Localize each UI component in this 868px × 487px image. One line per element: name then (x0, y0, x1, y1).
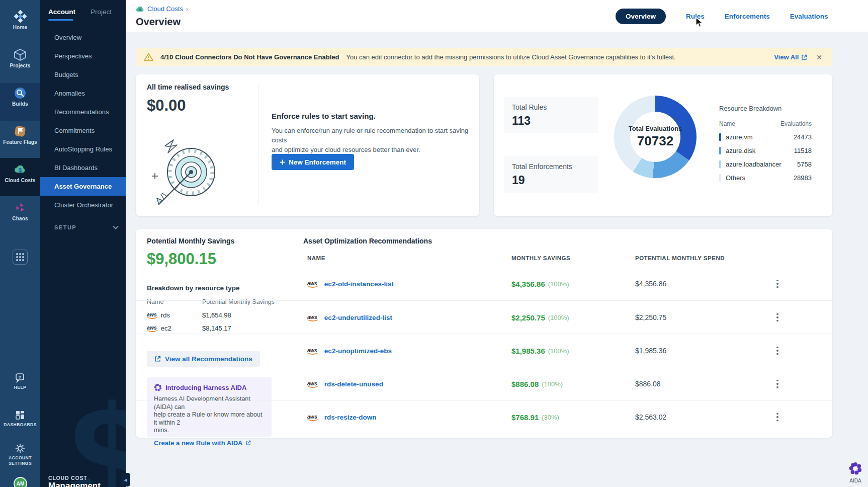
recommendation-name-cell: awsec2-old-instances-list (307, 267, 394, 300)
legend-col-name: Name (719, 120, 735, 127)
breadcrumb: $ Cloud Costs › (136, 5, 188, 13)
harness-home-icon (14, 10, 27, 23)
sidebar-item-budgets[interactable]: Budgets (40, 65, 126, 84)
external-link-icon (801, 54, 807, 60)
recommendation-link[interactable]: ec2-old-instances-list (324, 280, 394, 288)
row-menu-button[interactable] (770, 276, 785, 292)
aida-create-rule-label: Create a new Rule with AIDA (154, 439, 243, 447)
row-menu-button[interactable] (770, 376, 785, 392)
monthly-savings-cell: $768.91(30%) (511, 400, 559, 434)
banner-view-all-link[interactable]: View All (774, 53, 807, 61)
rail-item-chaos[interactable]: Chaos (0, 201, 40, 221)
active-tab-underline (48, 19, 73, 21)
savings-percent: (100%) (548, 280, 569, 288)
row-menu-button[interactable] (770, 309, 785, 326)
legend-row: azure.loadbalancer5758 (719, 160, 812, 168)
sidebar-item-cluster-orchestrator[interactable]: Cluster Orchestrator (40, 196, 126, 214)
aws-icon: aws (307, 347, 317, 355)
resource-breakdown-legend: Resource Breakdown Name Evaluations azur… (719, 105, 812, 182)
governance-stats-card: Total Rules 113 Total Enforcements 19 To… (494, 74, 832, 216)
savings-value: $4,356.86 (511, 280, 545, 288)
new-enforcement-button[interactable]: New Enforcement (272, 154, 354, 170)
product-line2: Management (48, 481, 101, 487)
tab-account[interactable]: Account (48, 8, 75, 16)
legend-value: 11518 (794, 147, 812, 154)
breadcrumb-separator: › (186, 5, 188, 13)
external-link-icon (245, 440, 251, 446)
rail-item-builds[interactable]: Builds (0, 87, 40, 107)
rail-item-projects[interactable]: Projects (0, 48, 40, 68)
sidebar-item-bi-dashboards[interactable]: BI Dashboards (40, 158, 126, 177)
sidebar-item-overview[interactable]: Overview (40, 28, 126, 47)
rail-item-label: DASHBOARDS (0, 422, 40, 427)
rail-item-label: Feature Flags (0, 139, 40, 145)
recommendations-card: Potential Monthly Savings $9,800.15 Brea… (136, 229, 832, 438)
rail-item-feature-flags[interactable]: Feature Flags (0, 125, 40, 145)
recommendations-table: awsec2-old-instances-list$4,356.86(100%)… (136, 267, 832, 433)
realised-savings-title: All time realised savings (147, 83, 229, 91)
nav-enforcements[interactable]: Enforcements (725, 13, 770, 20)
recommendation-name-cell: awsec2-unoptimized-ebs (307, 334, 392, 367)
col-header-monthly-savings: MONTHLY SAVINGS (511, 255, 570, 261)
sidebar-item-autostopping-rules[interactable]: AutoStopping Rules (40, 140, 126, 158)
monthly-savings-cell: $4,356.86(100%) (511, 267, 569, 300)
nav-rules[interactable]: Rules (686, 13, 705, 20)
savings-percent: (100%) (548, 314, 569, 321)
nav-evaluations[interactable]: Evaluations (790, 13, 828, 20)
legend-header: Name Evaluations (719, 120, 812, 127)
rail-item-cloud-costs[interactable]: $ Cloud Costs (0, 163, 40, 183)
page-content: 4/10 Cloud Connectors Do Not Have Govern… (126, 32, 868, 487)
module-rail: Home Projects Builds Feature Flags $ Clo… (0, 0, 40, 487)
tab-project[interactable]: Project (91, 8, 112, 16)
realised-savings-card: All time realised savings $0.00 Enfo (136, 74, 479, 216)
breadcrumb-link[interactable]: Cloud Costs (147, 5, 183, 13)
chevron-down-icon (113, 225, 119, 229)
product-name: CLOUD COST Management (48, 475, 101, 487)
total-rules-label: Total Rules (512, 103, 590, 111)
sidebar-item-perspectives[interactable]: Perspectives (40, 47, 126, 65)
rail-item-help[interactable]: ? HELP (0, 372, 40, 390)
table-row: awsrds-resize-down$768.91(30%)$2,563.02 (136, 400, 832, 433)
rail-item-account-settings[interactable]: ACCOUNT SETTINGS (0, 443, 40, 466)
user-avatar[interactable]: AM (14, 477, 27, 487)
feature-flags-icon (14, 125, 27, 138)
governance-nav: OverviewRulesEnforcementsEvaluations (616, 0, 828, 32)
banner-view-all-label: View All (774, 53, 799, 61)
banner-close-icon[interactable]: ✕ (814, 52, 824, 62)
aida-fab-button[interactable]: AIDA (844, 462, 867, 483)
aida-create-rule-link[interactable]: Create a new Rule with AIDA (154, 439, 265, 447)
projects-cube-icon (14, 48, 27, 61)
row-menu-button[interactable] (770, 343, 785, 359)
savings-percent: (100%) (548, 347, 569, 355)
sidebar-item-commitments[interactable]: Commitments (40, 121, 126, 140)
sidebar-item-anomalies[interactable]: Anomalies (40, 84, 126, 103)
monthly-savings-cell: $2,250.75(100%) (511, 301, 569, 334)
savings-value: $768.91 (511, 413, 539, 422)
rail-item-dashboards[interactable]: DASHBOARDS (0, 410, 40, 427)
recommendation-link[interactable]: rds-delete-unused (324, 380, 383, 388)
savings-value: $1,985.36 (511, 347, 545, 355)
sidebar-collapse-handle[interactable]: ◄ (121, 473, 130, 486)
module-picker-button[interactable] (13, 250, 28, 265)
sidebar-item-asset-governance[interactable]: Asset Governance (40, 177, 126, 196)
nav-overview[interactable]: Overview (616, 9, 666, 24)
recommendation-link[interactable]: ec2-unoptimized-ebs (324, 347, 392, 355)
sidebar-item-recommendations[interactable]: Recommendations (40, 103, 126, 121)
recommendation-link[interactable]: rds-resize-down (324, 414, 377, 421)
potential-spend-cell: $886.08 (635, 367, 661, 400)
page-title: Overview (136, 16, 181, 28)
warning-icon (144, 53, 153, 61)
recommendation-link[interactable]: ec2-underutilized-list (324, 314, 392, 321)
savings-percent: (100%) (542, 380, 563, 388)
total-rules-value: 113 (512, 114, 590, 128)
row-menu-button[interactable] (770, 409, 785, 425)
rail-item-home[interactable]: Home (0, 10, 40, 30)
target-illustration (145, 131, 228, 209)
legend-rows: azure.vm24473azure.disk11518azure.loadba… (719, 133, 812, 182)
help-chat-icon: ? (15, 372, 26, 383)
rail-item-label: HELP (0, 385, 40, 390)
sidebar-setup-toggle[interactable]: SETUP (40, 224, 126, 230)
aws-icon: aws (307, 414, 317, 421)
total-rules-stat: Total Rules 113 (504, 97, 598, 133)
plus-icon (280, 159, 285, 165)
